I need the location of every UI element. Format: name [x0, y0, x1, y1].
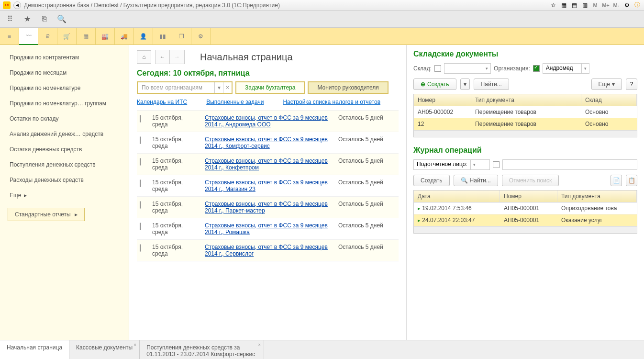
sidebar-item[interactable]: Остатки по складу: [0, 111, 129, 126]
tab-kassa[interactable]: Кассовые документы×: [69, 340, 140, 359]
col-number[interactable]: Номер: [414, 94, 471, 106]
tab-home[interactable]: Начальная страница: [0, 340, 69, 359]
sidebar-item[interactable]: Расходы денежных средств: [0, 172, 129, 188]
tab-income[interactable]: Поступления денежных средств за 01.11.20…: [140, 340, 264, 359]
clipboard-icon[interactable]: ⎘: [40, 15, 49, 23]
truck-icon[interactable]: 🚚: [115, 28, 134, 45]
col-type[interactable]: Тип документа: [557, 191, 637, 202]
task-link[interactable]: Страховые взносы, отчет в ФСС за 9 месяц…: [205, 244, 333, 257]
m-plus-button[interactable]: M+: [602, 1, 610, 9]
sidebar-more[interactable]: Еще▸: [0, 188, 129, 203]
table-row[interactable]: АН05-000002Перемещение товаровОсновно: [414, 106, 637, 118]
find-button[interactable]: Найти...: [474, 79, 509, 90]
create-dropdown[interactable]: ▾: [460, 79, 470, 90]
cancel-search-button[interactable]: Отменить поиск: [502, 175, 559, 186]
docs-icon[interactable]: ❐: [172, 28, 191, 45]
close-icon[interactable]: ×: [133, 342, 136, 348]
ruble-icon[interactable]: ₽: [38, 28, 57, 45]
menu-icon[interactable]: ≡: [0, 28, 19, 45]
star-icon[interactable]: ☆: [549, 1, 557, 9]
create-button[interactable]: Создать: [413, 175, 450, 186]
h-scrollbar[interactable]: [414, 226, 637, 233]
chevron-down-icon[interactable]: ▾: [214, 82, 223, 93]
wrench-icon[interactable]: ⚙: [623, 1, 631, 9]
tab-tasks[interactable]: Задачи бухгалтера: [235, 81, 305, 94]
warehouse-grid: Номер Тип документа Склад АН05-000002Пер…: [413, 94, 637, 137]
task-row[interactable]: 15 октября, средаСтраховые взносы, отчет…: [137, 240, 399, 261]
sidebar-item[interactable]: Продажи по номенклатур… группам: [0, 96, 129, 111]
tab-monitor[interactable]: Монитор руководителя: [308, 81, 388, 94]
calc-icon[interactable]: ▤: [570, 1, 578, 9]
table-row[interactable]: ▸ 24.07.2014 22:03:47АН05-000001Оказание…: [414, 214, 637, 226]
standard-reports-button[interactable]: Стандартные отчеты▸: [8, 208, 85, 221]
factory-icon[interactable]: 🏭: [96, 28, 115, 45]
chart-icon[interactable]: 〰: [19, 28, 38, 45]
calendar-icon[interactable]: ▥: [581, 1, 588, 9]
task-link[interactable]: Страховые взносы, отчет в ФСС за 9 месяц…: [205, 179, 333, 192]
task-list: 15 октября, средаСтраховые взносы, отчет…: [137, 110, 399, 261]
m-button[interactable]: M: [591, 1, 599, 9]
org-checkbox[interactable]: [533, 65, 540, 72]
task-link[interactable]: Страховые взносы, отчет в ФСС за 9 месяц…: [205, 222, 333, 236]
person-icon[interactable]: 👤: [134, 28, 153, 45]
sidebar-item[interactable]: Продажи по контрагентам: [0, 50, 129, 65]
task-row[interactable]: 15 октября, средаСтраховые взносы, отчет…: [137, 132, 399, 154]
sklad-select[interactable]: ▾: [444, 63, 491, 74]
barchart-icon[interactable]: ▮▮: [153, 28, 172, 45]
bottom-tabs: Начальная страница Кассовые документы× П…: [0, 340, 644, 359]
search-icon[interactable]: 🔍: [57, 15, 66, 23]
sklad-checkbox[interactable]: [434, 65, 441, 72]
find-button[interactable]: 🔍 Найти...: [454, 175, 498, 186]
col-type[interactable]: Тип документа: [471, 94, 581, 106]
help-button[interactable]: ?: [626, 79, 637, 90]
create-button[interactable]: ⊕Создать: [413, 79, 456, 90]
task-link[interactable]: Страховые взносы, отчет в ФСС за 9 месяц…: [205, 114, 333, 128]
task-row[interactable]: 15 октября, средаСтраховые взносы, отчет…: [137, 218, 399, 240]
link-calendar[interactable]: Календарь на ИТС: [137, 99, 187, 105]
home-button[interactable]: ⌂: [137, 50, 151, 64]
task-row[interactable]: 15 октября, средаСтраховые взносы, отчет…: [137, 154, 399, 175]
gear-icon[interactable]: ⚙: [191, 28, 211, 45]
sidebar-item[interactable]: Остатки денежных средств: [0, 142, 129, 157]
back-icon[interactable]: ◄: [13, 1, 21, 9]
nav-back-button[interactable]: ←: [155, 50, 170, 64]
org-select[interactable]: По всем организациям ▾ ×: [137, 81, 233, 94]
task-row[interactable]: 15 октября, средаСтраховые взносы, отчет…: [137, 197, 399, 218]
m-minus-button[interactable]: M-: [612, 1, 620, 9]
task-link[interactable]: Страховые взносы, отчет в ФСС за 9 месяц…: [205, 201, 333, 214]
col-num[interactable]: Номер: [500, 191, 557, 202]
task-date: 15 октября, среда: [152, 201, 200, 214]
org-select-wh[interactable]: Андромед▾: [543, 63, 589, 74]
apps-icon[interactable]: ⠿: [6, 15, 14, 23]
sidebar-item[interactable]: Продажи по номенклатуре: [0, 80, 129, 96]
task-row[interactable]: 15 октября, средаСтраховые взносы, отчет…: [137, 175, 399, 197]
col-sklad[interactable]: Склад: [581, 94, 637, 106]
icon-button[interactable]: 📄: [611, 175, 622, 186]
boxes-icon[interactable]: ▦: [77, 28, 96, 45]
link-settings[interactable]: Настройка списка налогов и отчетов: [283, 99, 380, 105]
task-link[interactable]: Страховые взносы, отчет в ФСС за 9 месяц…: [205, 136, 333, 149]
info-icon[interactable]: ⓘ: [633, 1, 641, 9]
favorite-icon[interactable]: ★: [23, 15, 32, 23]
col-date[interactable]: Дата: [414, 191, 500, 202]
sidebar-item[interactable]: Поступления денежных средств: [0, 157, 129, 172]
cart-icon[interactable]: 🛒: [57, 28, 77, 45]
more-button[interactable]: Еще ▾: [591, 79, 622, 90]
clear-icon[interactable]: ×: [223, 82, 232, 93]
grid-icon[interactable]: ▦: [560, 1, 567, 9]
sidebar-item[interactable]: Анализ движений денеж… средств: [0, 126, 129, 142]
close-icon[interactable]: ×: [258, 342, 261, 348]
h-scrollbar[interactable]: [414, 130, 637, 137]
link-completed[interactable]: Выполненные задачи: [206, 99, 264, 105]
person-checkbox[interactable]: [493, 161, 500, 168]
sidebar-item[interactable]: Продажи по месяцам: [0, 65, 129, 80]
task-link[interactable]: Страховые взносы, отчет в ФСС за 9 месяц…: [205, 157, 333, 171]
nav-forward-button[interactable]: →: [170, 50, 184, 64]
today-heading: Сегодня: 10 октября, пятница: [137, 69, 399, 78]
table-row[interactable]: 12Перемещение товаровОсновно: [414, 118, 637, 130]
person-select[interactable]: Подотчетное лицо:▾: [413, 159, 490, 170]
icon-button[interactable]: 📋: [626, 175, 637, 186]
person-value[interactable]: [502, 159, 637, 170]
table-row[interactable]: ▸ 19.02.2014 7:53:46АН05-000001Оприходов…: [414, 202, 637, 214]
task-row[interactable]: 15 октября, средаСтраховые взносы, отчет…: [137, 111, 399, 132]
